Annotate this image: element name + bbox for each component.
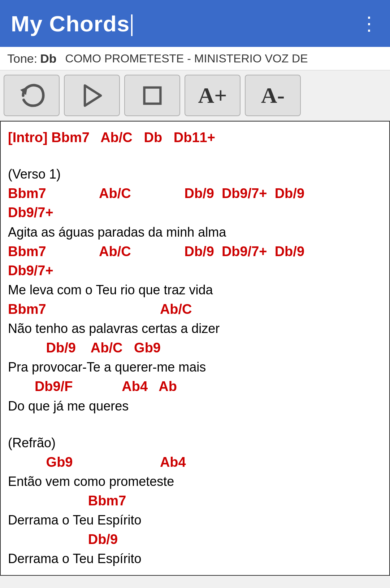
content-line-17	[8, 425, 382, 433]
cursor	[131, 14, 133, 36]
content-line-9: Me leva com o Teu rio que traz vida	[8, 280, 382, 300]
app-title: My Chords	[11, 11, 133, 36]
title-text: My Chords	[11, 11, 130, 36]
content-line-2	[8, 156, 382, 164]
content-line-6: Agita as águas paradas da minh alma	[8, 223, 382, 242]
font-decrease-label: A-	[261, 83, 285, 108]
font-increase-label: A+	[198, 83, 227, 108]
undo-button[interactable]	[4, 75, 60, 116]
tone-bar: Tone: Db COMO PROMETESTE - MINISTERIO VO…	[0, 47, 390, 70]
content-line-19: Gb9 Ab4	[8, 453, 382, 472]
font-increase-button[interactable]: A+	[185, 75, 240, 116]
content-line-7: Bbm7 Ab/C Db/9 Db9/7+ Db/9	[8, 242, 382, 261]
toolbar: A+ A-	[0, 70, 390, 121]
svg-rect-2	[144, 87, 160, 104]
content-line-4: Bbm7 Ab/C Db/9 Db9/7+ Db/9	[8, 184, 382, 203]
chord-sheet: [Intro] Bbm7 Ab/C Db Db11+(Verso 1)Bbm7 …	[0, 121, 390, 576]
menu-button[interactable]: ⋮	[360, 14, 379, 33]
undo-icon	[17, 81, 46, 110]
header: My Chords ⋮	[0, 0, 390, 47]
content-line-21: Bbm7	[8, 491, 382, 510]
stop-icon	[138, 81, 167, 110]
song-title: COMO PROMETESTE - MINISTERIO VOZ DE	[65, 52, 308, 65]
content-line-20: Então vem como prometeste	[8, 472, 382, 491]
content-line-3: (Verso 1)	[8, 164, 382, 184]
content-line-10: Bbm7 Ab/C	[8, 300, 382, 319]
content-line-15: Do que já me queres	[8, 396, 382, 416]
font-decrease-button[interactable]: A-	[245, 75, 301, 116]
play-icon	[78, 81, 107, 110]
content-line-24: Derrama o Teu Espírito	[8, 549, 382, 569]
content-line-11: Não tenho as palavras certas a dizer	[8, 319, 382, 338]
tone-value: Db	[40, 52, 56, 66]
content-line-14: Db9/F Ab4 Ab	[8, 377, 382, 396]
content-line-0: [Intro] Bbm7 Ab/C Db Db11+	[8, 128, 382, 147]
play-button[interactable]	[64, 75, 120, 116]
content-line-13: Pra provocar-Te a querer-me mais	[8, 357, 382, 377]
content-line-23: Db/9	[8, 530, 382, 549]
content-line-16	[8, 416, 382, 425]
tone-label: Tone:	[7, 52, 37, 66]
content-line-1	[8, 147, 382, 156]
content-line-5: Db9/7+	[8, 203, 382, 222]
content-line-8: Db9/7+	[8, 261, 382, 280]
svg-marker-1	[85, 85, 101, 106]
stop-button[interactable]	[124, 75, 180, 116]
content-line-18: (Refrão)	[8, 433, 382, 453]
content-line-12: Db/9 Ab/C Gb9	[8, 338, 382, 357]
content-line-22: Derrama o Teu Espírito	[8, 510, 382, 530]
